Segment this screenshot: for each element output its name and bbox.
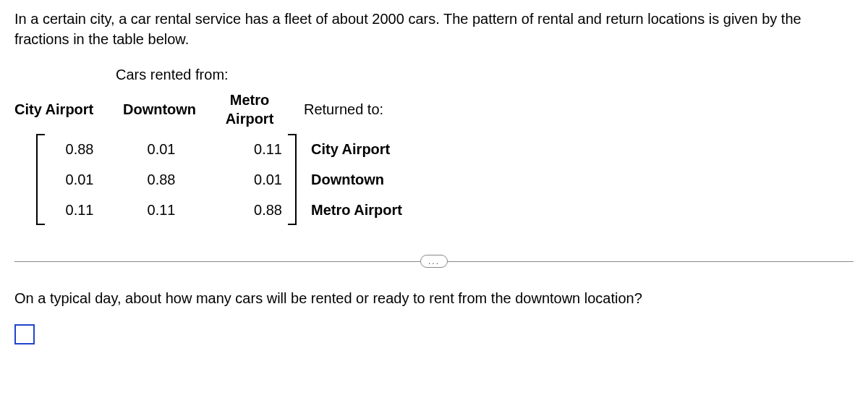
cell: 0.01 bbox=[45, 172, 114, 188]
cell: 0.88 bbox=[114, 172, 208, 188]
cell: 0.88 bbox=[45, 141, 114, 158]
col-header-city-airport: City Airport bbox=[14, 101, 116, 118]
row-label-downtown: Downtown bbox=[311, 164, 402, 195]
section-divider: ... bbox=[14, 254, 854, 268]
cell: 0.01 bbox=[114, 141, 208, 158]
problem-intro: In a certain city, a car rental service … bbox=[14, 9, 854, 49]
rented-from-label: Cars rented from: bbox=[14, 67, 854, 83]
returned-to-label: Returned to: bbox=[289, 101, 383, 118]
table-row: 0.11 0.11 0.88 bbox=[45, 195, 288, 225]
table-row: 0.88 0.01 0.11 bbox=[45, 134, 288, 164]
cell: 0.11 bbox=[114, 202, 208, 219]
row-label-city-airport: City Airport bbox=[311, 134, 402, 164]
matrix-body: 0.88 0.01 0.11 0.01 0.88 0.01 0.11 0.11 … bbox=[45, 134, 288, 225]
cell: 0.88 bbox=[208, 202, 288, 219]
answer-input[interactable] bbox=[14, 324, 35, 344]
matrix: 0.88 0.01 0.11 0.01 0.88 0.01 0.11 0.11 … bbox=[14, 134, 854, 225]
col-header-metro-airport: Metro Airport bbox=[210, 90, 289, 128]
table-row: 0.01 0.88 0.01 bbox=[45, 164, 288, 195]
cell: 0.11 bbox=[208, 141, 288, 158]
row-labels: City Airport Downtown Metro Airport bbox=[297, 134, 402, 225]
column-headers: City Airport Downtown Metro Airport Retu… bbox=[14, 90, 854, 128]
question-text: On a typical day, about how many cars wi… bbox=[14, 290, 854, 307]
matrix-bracket-right bbox=[288, 134, 297, 225]
row-label-metro-airport: Metro Airport bbox=[311, 195, 402, 225]
matrix-bracket-left bbox=[36, 134, 45, 225]
cell: 0.01 bbox=[208, 172, 288, 188]
col-header-downtown: Downtown bbox=[116, 101, 210, 118]
transition-table: Cars rented from: City Airport Downtown … bbox=[14, 67, 854, 225]
cell: 0.11 bbox=[45, 202, 114, 219]
more-icon[interactable]: ... bbox=[420, 255, 448, 268]
